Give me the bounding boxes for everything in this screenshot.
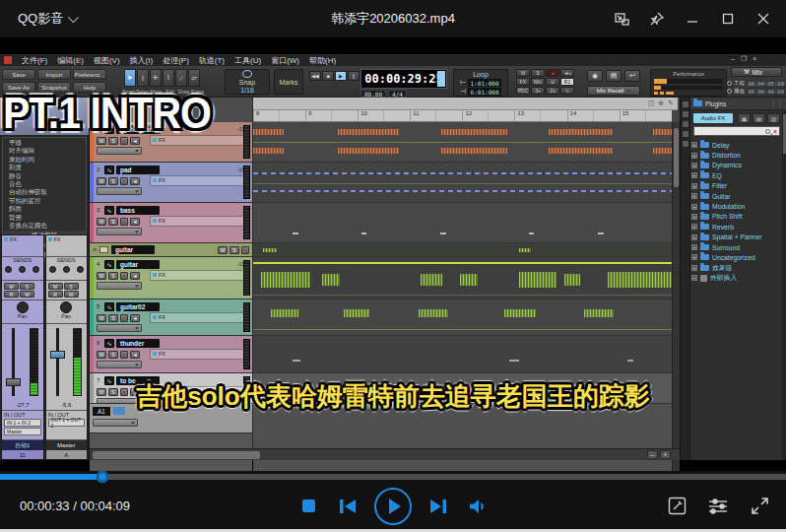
daw-menu-item: 编辑(E) xyxy=(57,55,84,66)
maximize-button[interactable] xyxy=(713,5,743,33)
close-icon xyxy=(757,13,769,25)
project-info-row: 工程00:04:05:00 xyxy=(727,80,784,87)
plugin-category-row: + 效果链 xyxy=(691,263,782,273)
play-button[interactable] xyxy=(374,488,412,525)
inspector-menu-item: 斜面 xyxy=(3,205,86,213)
close-button[interactable] xyxy=(749,5,778,33)
browser-mini-button: ▣ xyxy=(738,113,751,123)
folder-icon xyxy=(99,246,108,253)
fullscreen-button[interactable] xyxy=(747,494,772,519)
previous-button[interactable] xyxy=(335,494,360,519)
play-icon xyxy=(389,499,401,514)
dock-icon: ◫ xyxy=(648,100,655,107)
expand-icon: + xyxy=(691,224,697,230)
track-io-dropdown xyxy=(97,228,142,235)
daw-file-button: Import xyxy=(37,69,71,80)
volume-button[interactable] xyxy=(465,494,491,519)
folder-icon xyxy=(693,100,702,106)
track-fx-bin: FX xyxy=(150,175,249,186)
pin-button[interactable] xyxy=(642,5,672,33)
select-tool-icon: I xyxy=(137,69,149,87)
daw-arrangement xyxy=(253,122,672,471)
time-display: 00:00:33 / 00:04:09 xyxy=(20,499,130,513)
expand-icon: + xyxy=(691,172,697,178)
expand-icon: + xyxy=(691,193,697,199)
module-button: ⊘ xyxy=(546,78,559,86)
folder-icon xyxy=(700,254,709,260)
folder-icon xyxy=(700,163,709,168)
stop-icon xyxy=(301,499,316,513)
daw-menu-item: 文件(F) xyxy=(22,55,47,66)
minimize-button[interactable] xyxy=(678,5,707,33)
transport-button: ∥ xyxy=(348,71,360,81)
mix-module-buttons: MS●◄»FXMix⊘R1PDC3+2x∿ xyxy=(516,69,577,95)
track-fx-bin: FX xyxy=(150,312,249,323)
toolbox-icon xyxy=(668,497,687,515)
folder-icon xyxy=(700,153,709,159)
ruler-measure: 8 xyxy=(253,110,305,121)
module-button: 3+ xyxy=(531,87,545,95)
waveform-icon: ∿ xyxy=(104,260,114,269)
app-menu-button[interactable]: QQ影音 xyxy=(18,10,76,28)
module-button: FX xyxy=(516,78,530,86)
daw-menu-item: 插入(I) xyxy=(130,55,154,66)
plugin-category-row: + EQ xyxy=(691,170,782,180)
next-button[interactable] xyxy=(426,494,451,519)
track-fx-bin: FX xyxy=(150,270,249,281)
expand-icon: + xyxy=(691,153,697,159)
daw-menu-item: 处理(P) xyxy=(163,55,189,66)
track-io-dropdown xyxy=(97,147,142,155)
meter-value: 4/4 xyxy=(388,90,407,98)
settings-button[interactable] xyxy=(705,494,731,519)
undo-icon: ↩ xyxy=(624,70,640,82)
plugin-search-box: × xyxy=(693,126,780,136)
track-io-dropdown xyxy=(97,361,142,368)
player-control-bar: 00:00:33 / 00:04:09 xyxy=(0,471,786,532)
tempo-value: 80.00 xyxy=(360,90,386,98)
track-io-dropdown xyxy=(97,324,142,332)
track-meter xyxy=(243,206,250,239)
daw-menu-item: 视图(V) xyxy=(94,55,120,66)
track-meter xyxy=(243,260,250,296)
project-info: 工程00:04:05:00 播放00:00:00:00 xyxy=(727,80,784,95)
track-meter xyxy=(243,302,250,332)
ruler-measure: 14 xyxy=(567,110,620,121)
video-area[interactable]: 文件(F)编辑(E)视图(V)插入(I)处理(P)轨道(T)工具(U)窗口(W)… xyxy=(0,37,786,471)
folder-icon xyxy=(700,244,709,250)
folder-icon xyxy=(700,234,709,240)
monitor-icon: ◄ xyxy=(130,177,140,185)
snap-icon xyxy=(242,70,252,78)
track-header: 2 ∿ pad -16.1 M S ◄ FX xyxy=(90,163,252,203)
toolbox-button[interactable] xyxy=(664,494,689,519)
pan-knob xyxy=(60,301,72,313)
transport-button: ▶ xyxy=(335,71,347,81)
module-button: ◄» xyxy=(560,69,574,77)
workspace-selector: ⚒Mix xyxy=(731,67,782,77)
video-heading-overlay: PT.1 INTRO xyxy=(3,89,211,139)
daw-app-icon xyxy=(4,56,12,64)
module-button: Mix xyxy=(531,78,545,86)
daw-menu-item: 窗口(W) xyxy=(271,55,299,66)
module-button: 2x xyxy=(546,87,559,95)
daw-menu-item: 工具(U) xyxy=(234,55,261,66)
stop-button[interactable] xyxy=(295,494,321,519)
expand-icon: + xyxy=(691,254,697,260)
record-arm-icon xyxy=(120,351,128,359)
monitor-icon: ◄ xyxy=(130,218,140,226)
mini-mode-button[interactable] xyxy=(607,5,636,33)
plugin-category-row: + Uncategorized xyxy=(691,252,782,262)
time-display-side-strip xyxy=(437,71,445,87)
draw-tool-icon: ∕ xyxy=(175,69,187,87)
inspector-menu-item: 背景 xyxy=(3,214,86,222)
folder-icon xyxy=(700,224,709,230)
zoom-out-icon: – xyxy=(647,450,658,459)
daw-menu-item: 帮助(H) xyxy=(309,55,336,66)
qq-player-window: QQ影音 韩添宇20206032.mp4 xyxy=(0,0,786,532)
move-tool-icon: ✛ xyxy=(150,69,162,87)
monitor-icon: ◄ xyxy=(130,272,140,280)
module-button: M xyxy=(516,69,530,77)
track-meter xyxy=(243,166,250,199)
track-header: 5 ∿ guitar02 M S ◄ FX xyxy=(90,299,252,336)
smart-tool-icon: ➤ xyxy=(124,69,136,87)
folder-icon xyxy=(700,172,709,178)
